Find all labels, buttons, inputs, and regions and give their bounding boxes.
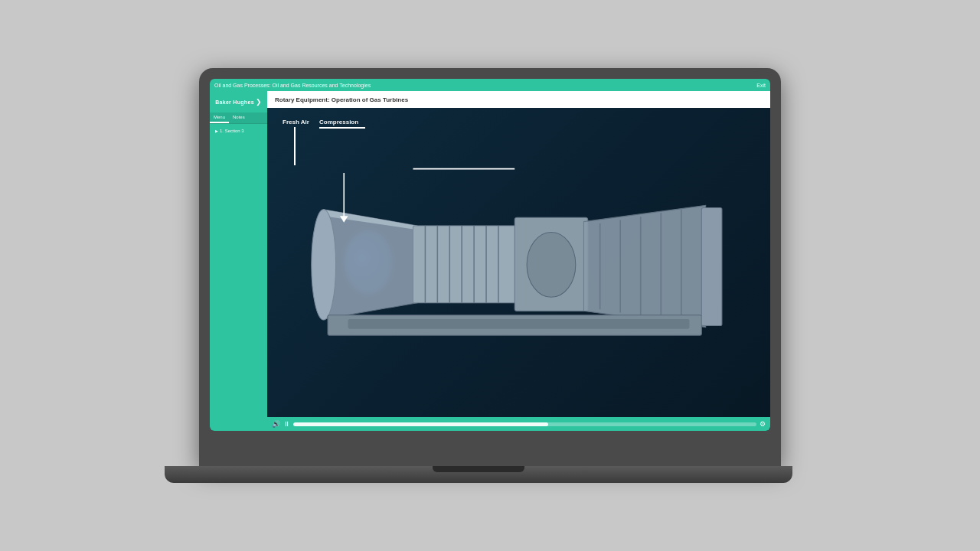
- app-container: Oil and Gas Processes: Oil and Gas Resou…: [210, 79, 770, 431]
- sidebar-nav: 1. Section 3: [210, 124, 267, 138]
- logo-area: Baker Hughes ❯: [210, 91, 267, 112]
- exit-button[interactable]: Exit: [756, 83, 766, 88]
- progress-bar-fill: [293, 422, 548, 426]
- turbine-visual: [275, 123, 763, 409]
- svg-rect-23: [348, 319, 690, 329]
- svg-marker-16: [583, 205, 705, 327]
- laptop-screen: Oil and Gas Processes: Oil and Gas Resou…: [210, 79, 770, 431]
- turbine-svg: [275, 123, 763, 409]
- logo-text: Baker Hughes: [215, 99, 254, 105]
- sidebar-tab-menu[interactable]: Menu: [210, 112, 229, 123]
- progress-bar[interactable]: [293, 422, 756, 426]
- svg-point-15: [527, 232, 576, 297]
- svg-rect-24: [701, 208, 722, 326]
- top-bar: Oil and Gas Processes: Oil and Gas Resou…: [210, 79, 770, 91]
- content-area: Rotary Equipment: Operation of Gas Turbi…: [267, 91, 770, 431]
- content-header: Rotary Equipment: Operation of Gas Turbi…: [267, 91, 770, 108]
- svg-rect-6: [413, 226, 518, 303]
- laptop-base: [165, 466, 792, 483]
- slide-area: Fresh Air Compression: [267, 108, 770, 417]
- pause-button[interactable]: ⏸: [283, 420, 290, 428]
- main-area: Baker Hughes ❯ Menu Notes 1. Section 3: [210, 91, 770, 431]
- settings-button[interactable]: ⚙: [760, 420, 766, 428]
- content-header-title: Rotary Equipment: Operation of Gas Turbi…: [275, 96, 408, 103]
- sidebar-tabs: Menu Notes: [210, 112, 267, 124]
- sidebar-nav-item[interactable]: 1. Section 3: [213, 127, 264, 135]
- logo-arrow-icon: ❯: [256, 98, 262, 106]
- controls-bar: 🔊 ⏸ ⚙: [267, 417, 770, 431]
- sidebar: Baker Hughes ❯ Menu Notes 1. Section 3: [210, 91, 267, 431]
- sidebar-tab-notes[interactable]: Notes: [229, 112, 249, 123]
- volume-button[interactable]: 🔊: [272, 420, 280, 428]
- laptop-outer: Oil and Gas Processes: Oil and Gas Resou…: [199, 68, 781, 466]
- top-bar-title: Oil and Gas Processes: Oil and Gas Resou…: [214, 83, 371, 88]
- svg-point-5: [312, 210, 336, 320]
